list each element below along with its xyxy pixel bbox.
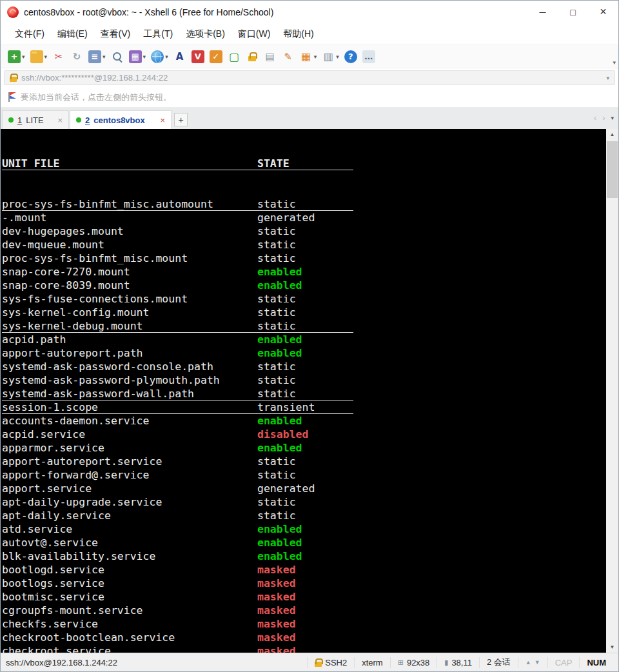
cursor-position-label: 38,11: [451, 658, 472, 667]
tab-lite[interactable]: 1LITE×: [2, 110, 69, 129]
tab-number: 2: [85, 115, 90, 125]
unit-state: static: [257, 320, 296, 332]
unit-file-row: atd.serviceenabled: [2, 522, 353, 536]
unit-file-row: systemd-ask-password-console.pathstatic: [2, 360, 353, 373]
help-icon: ?: [344, 50, 357, 63]
open-folder-dropdown-icon[interactable]: ▾: [44, 54, 48, 60]
unit-name: autovt@.service: [2, 536, 257, 549]
session-properties-button[interactable]: ≡▾: [86, 48, 108, 65]
window-controls: ─ □ ×: [527, 1, 618, 23]
unit-name: cgroupfs-mount.service: [2, 604, 257, 617]
tab-close-icon[interactable]: ×: [57, 115, 63, 125]
font-button[interactable]: A: [172, 48, 188, 65]
header-unit-file: UNIT FILE: [2, 157, 257, 170]
unit-file-row: autovt@.serviceenabled: [2, 536, 353, 549]
title-bar: centos8vbox - root@vbox: ~ - Xshell 6 (F…: [1, 1, 618, 23]
menu-help[interactable]: 帮助(H): [277, 25, 320, 43]
unit-file-row: bootlogs.servicemasked: [2, 577, 353, 590]
new-session-dropdown-icon[interactable]: ▾: [22, 54, 25, 60]
unit-name: systemd-ask-password-plymouth.path: [2, 373, 257, 387]
tile-windows-dropdown-icon[interactable]: ▾: [314, 54, 317, 60]
scroll-up-icon[interactable]: ▲: [606, 129, 618, 140]
unit-name: bootlogd.service: [2, 563, 257, 577]
menu-view[interactable]: 查看(V): [94, 25, 137, 43]
num-lock-label: NUM: [587, 658, 606, 667]
menu-tab[interactable]: 选项卡(B): [179, 25, 231, 43]
terminal-rows: proc-sys-fs-binfmt_misc.automountstatic-…: [2, 197, 606, 653]
fullscreen-icon: ▢: [228, 50, 241, 63]
unit-file-row: checkroot.servicemasked: [2, 644, 353, 653]
keyboard-button[interactable]: ▤: [262, 48, 279, 65]
fullscreen-button[interactable]: ▢: [226, 48, 242, 65]
unit-state: static: [257, 293, 296, 305]
compose-button[interactable]: ✎: [280, 48, 297, 65]
session-url: ssh://vbox:**********@192.168.1.244:22: [21, 73, 602, 83]
reconnect-button[interactable]: ↻: [68, 48, 85, 65]
tab-list-dropdown-icon[interactable]: ▾: [611, 115, 614, 121]
layout-icon: ▥: [322, 50, 335, 63]
unit-state: masked: [257, 591, 296, 603]
unit-state: generated: [257, 212, 315, 224]
menu-tools[interactable]: 工具(T): [137, 25, 179, 43]
address-field[interactable]: ssh://vbox:**********@192.168.1.244:22 ▾: [4, 70, 615, 85]
unit-name: blk-availability.service: [2, 549, 257, 563]
feedback-button[interactable]: …: [360, 48, 377, 65]
menu-file[interactable]: 文件(F): [8, 25, 51, 43]
unit-state: static: [257, 198, 296, 210]
layout-dropdown-icon[interactable]: ▾: [336, 54, 339, 60]
num-lock-indicator: NUM: [579, 657, 613, 668]
globe-button[interactable]: ▾: [149, 48, 170, 65]
disconnect-button[interactable]: ✂: [50, 48, 67, 65]
layout-button[interactable]: ▥▾: [320, 48, 341, 65]
new-tab-button[interactable]: +: [174, 113, 188, 126]
find-button[interactable]: [109, 48, 126, 65]
help-button[interactable]: ?: [342, 48, 359, 65]
file-transfer-icon: ▦: [129, 50, 142, 63]
tile-windows-button[interactable]: ▦▾: [298, 48, 319, 65]
globe-dropdown-icon[interactable]: ▾: [165, 54, 168, 60]
maximize-button[interactable]: □: [558, 1, 588, 23]
unit-list-header: UNIT FILESTATE: [2, 157, 353, 170]
flag-icon[interactable]: [6, 92, 16, 103]
session-nav: ▲ ▼: [518, 657, 547, 668]
address-dropdown-icon[interactable]: ▾: [606, 75, 609, 81]
scrollbar-track[interactable]: [606, 140, 618, 642]
tile-windows-icon: ▦: [300, 50, 313, 63]
unit-state: enabled: [257, 347, 302, 359]
lock-button[interactable]: [244, 48, 260, 65]
tab-centos8vbox[interactable]: 2centos8vbox×: [70, 110, 172, 129]
menu-window[interactable]: 窗口(W): [231, 25, 277, 43]
tab-close-icon[interactable]: ×: [160, 115, 165, 125]
close-button[interactable]: ×: [588, 1, 618, 23]
file-transfer-button[interactable]: ▦▾: [127, 48, 148, 65]
minimize-button[interactable]: ─: [527, 1, 558, 23]
open-folder-button[interactable]: ▾: [28, 48, 50, 65]
terminal-screen[interactable]: UNIT FILESTATE proc-sys-fs-binfmt_misc.a…: [1, 129, 606, 653]
session-next-icon[interactable]: ▼: [535, 659, 540, 666]
new-session-button[interactable]: +▾: [6, 48, 27, 65]
reconnect-icon: ↻: [70, 50, 83, 63]
scrollbar-thumb[interactable]: [607, 141, 618, 198]
terminal-size-label: 92x38: [407, 658, 429, 667]
session-prev-icon[interactable]: ▲: [526, 659, 531, 666]
tab-nav-controls: ‹ › ▾: [594, 113, 614, 123]
unit-state: static: [257, 455, 296, 468]
toolbar-overflow-icon[interactable]: ▾: [613, 59, 616, 66]
disconnect-icon: ✂: [52, 50, 65, 63]
tab-scroll-right-icon[interactable]: ›: [602, 113, 605, 123]
file-transfer-dropdown-icon[interactable]: ▾: [143, 54, 146, 60]
xagent-button[interactable]: V: [190, 48, 206, 65]
unit-file-row: acpid.servicedisabled: [2, 428, 353, 441]
unit-file-row: apport-forward@.servicestatic: [2, 468, 353, 482]
unit-name: snap-core-8039.mount: [2, 279, 257, 292]
tab-scroll-left-icon[interactable]: ‹: [594, 113, 596, 123]
xftp-button[interactable]: ✓: [208, 48, 224, 65]
unit-state: static: [257, 225, 296, 237]
session-properties-dropdown-icon[interactable]: ▾: [103, 54, 106, 60]
terminal-size-icon: ⊞: [398, 658, 404, 667]
menu-edit[interactable]: 编辑(E): [51, 25, 94, 43]
address-lock-icon: [10, 77, 17, 82]
scroll-down-icon[interactable]: ▼: [606, 642, 618, 653]
unit-name: bootmisc.service: [2, 590, 257, 604]
unit-state: masked: [257, 564, 296, 576]
